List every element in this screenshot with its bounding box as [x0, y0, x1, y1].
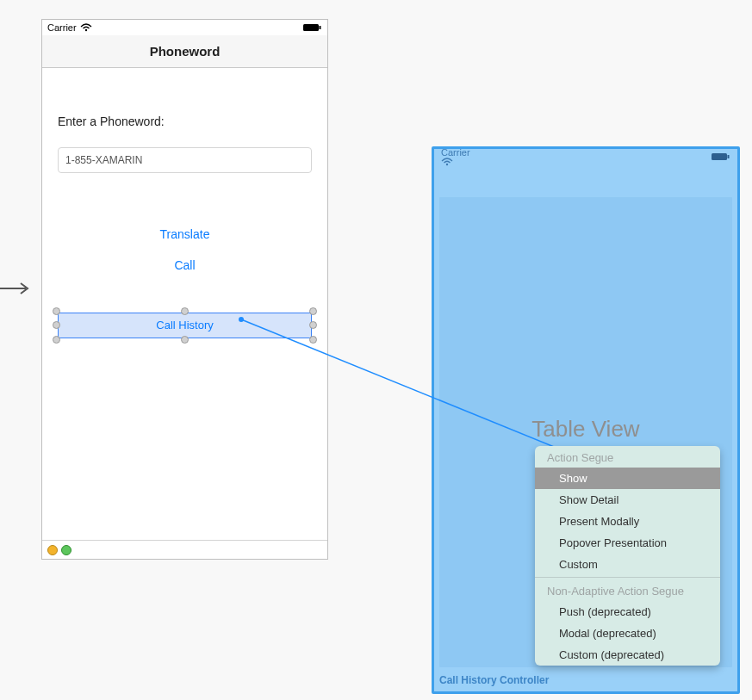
resize-handle-icon[interactable] — [309, 307, 317, 315]
nav-title: Phoneword — [150, 44, 221, 59]
status-bar: Carrier — [434, 149, 737, 164]
nav-bar: Phoneword — [42, 35, 327, 68]
carrier-label: Carrier — [441, 147, 470, 158]
segue-option-custom-deprecated[interactable]: Custom (deprecated) — [535, 644, 720, 666]
call-history-button[interactable]: Call History — [58, 313, 312, 338]
call-history-button-selection[interactable]: Call History — [58, 313, 312, 338]
phoneword-label: Enter a Phoneword: — [58, 115, 312, 128]
resize-handle-icon[interactable] — [53, 321, 60, 329]
call-button[interactable]: Call — [58, 257, 312, 273]
exit-icon[interactable] — [61, 545, 71, 555]
segue-option-push-deprecated[interactable]: Push (deprecated) — [535, 601, 720, 623]
wifi-icon — [441, 158, 470, 166]
scene-dock[interactable] — [42, 540, 327, 559]
status-bar: Carrier — [42, 20, 327, 35]
resize-handle-icon[interactable] — [181, 307, 189, 315]
svg-rect-8 — [728, 155, 730, 158]
resize-handle-icon[interactable] — [309, 321, 317, 329]
phoneword-input[interactable] — [58, 147, 312, 173]
carrier-label: Carrier — [47, 22, 77, 33]
svg-point-1 — [84, 29, 86, 31]
resize-handle-icon[interactable] — [181, 336, 189, 344]
segue-section-header: Action Segue — [535, 446, 720, 468]
segue-section-header: Non-Adaptive Action Segue — [535, 579, 720, 601]
resize-handle-icon[interactable] — [309, 336, 317, 344]
translate-button[interactable]: Translate — [58, 226, 312, 242]
resize-handle-icon[interactable] — [53, 307, 60, 315]
segue-option-present-modally[interactable]: Present Modally — [535, 511, 720, 532]
segue-option-modal-deprecated[interactable]: Modal (deprecated) — [535, 623, 720, 644]
segue-popover[interactable]: Action Segue Show Show Detail Present Mo… — [535, 446, 720, 666]
table-view-placeholder-title: Table View — [439, 416, 732, 443]
segue-option-popover-presentation[interactable]: Popover Presentation — [535, 532, 720, 554]
segue-option-custom[interactable]: Custom — [535, 554, 720, 575]
first-responder-icon[interactable] — [47, 545, 58, 555]
battery-icon — [712, 152, 730, 161]
svg-point-6 — [446, 164, 448, 165]
svg-rect-2 — [303, 24, 319, 31]
segue-option-show[interactable]: Show — [535, 468, 720, 489]
scene-label: Call History Controller — [439, 674, 549, 686]
segue-option-show-detail[interactable]: Show Detail — [535, 489, 720, 511]
battery-icon — [303, 23, 322, 32]
wifi-icon — [80, 23, 92, 32]
entry-segue-arrow-icon — [0, 280, 34, 297]
svg-rect-3 — [320, 26, 321, 29]
resize-handle-icon[interactable] — [53, 336, 60, 344]
scene-phoneword[interactable]: Carrier Phoneword Enter a Phoneword: Tra… — [41, 19, 328, 560]
svg-rect-7 — [712, 153, 727, 160]
